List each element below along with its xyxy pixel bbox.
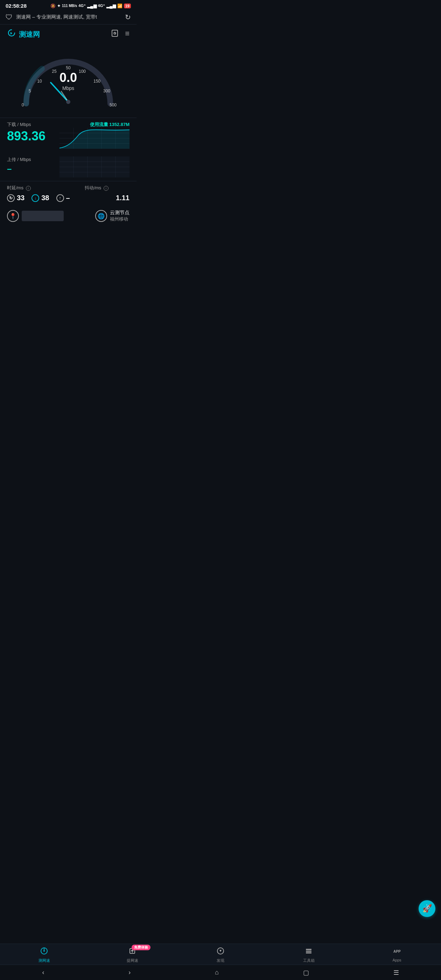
jitter-right: 1.11 <box>116 194 129 202</box>
refresh-button[interactable]: ↻ <box>125 13 131 21</box>
svg-text:300: 300 <box>103 89 110 94</box>
location-pin-icon: 📍 <box>7 210 19 222</box>
jitter-label: 抖动/ms i <box>85 185 129 191</box>
page-title: 测速网 – 专业测网速, 网速测试, 宽带t <box>16 14 121 20</box>
app-header: 测速网 ≡ <box>0 24 137 44</box>
logo-text: 测速网 <box>19 30 40 39</box>
status-time: 02:58:28 <box>6 3 27 9</box>
header-actions: ≡ <box>111 29 129 40</box>
node-info: 云测节点 福州移动 <box>110 210 129 222</box>
download-value: 893.36 <box>7 129 56 143</box>
upload-section: 上传 / Mbps – <box>0 154 137 181</box>
location-blurred <box>22 211 64 221</box>
location-right: 🌐 云测节点 福州移动 <box>95 210 129 222</box>
svg-text:25: 25 <box>52 69 57 74</box>
notification-badge: 19 <box>124 3 131 8</box>
signal-bars: ▂▄▆ <box>87 3 97 8</box>
gauge-svg: 0 5 10 25 50 100 150 300 500 <box>16 48 121 114</box>
location-row: 📍 🌐 云测节点 福州移动 <box>0 205 137 225</box>
latency-info-icon[interactable]: i <box>26 186 31 191</box>
menu-icon[interactable]: ≡ <box>125 29 129 40</box>
download-label: 下载 / Mbps <box>7 121 56 128</box>
upload-row: 上传 / Mbps – <box>7 156 129 177</box>
latency-down-icon: ↻ <box>7 194 15 202</box>
logo-icon <box>7 29 16 40</box>
upload-left: 上传 / Mbps – <box>7 156 56 173</box>
upload-label: 上传 / Mbps <box>7 156 56 163</box>
globe-icon: 🌐 <box>95 210 107 222</box>
upload-chart <box>59 156 129 177</box>
svg-text:150: 150 <box>94 79 100 84</box>
latency-label: 时延/ms i <box>7 185 31 191</box>
latency-section: 时延/ms i 抖动/ms i ↻ 33 ↓ 38 ↑ – 1.11 <box>0 181 137 205</box>
app-logo: 测速网 <box>7 29 40 40</box>
status-bar: 02:58:28 🔕 ✦ 111 MB/s 4G⁺ ▂▄▆ 4G⁺ ▂▄▆ 📶 … <box>0 0 137 10</box>
download-chart <box>59 128 129 150</box>
signal-bars2: ▂▄▆ <box>107 3 116 8</box>
status-icons: 🔕 ✦ 111 MB/s 4G⁺ ▂▄▆ 4G⁺ ▂▄▆ 📶 19 <box>50 3 131 8</box>
svg-text:0: 0 <box>22 103 24 107</box>
svg-point-13 <box>66 100 70 104</box>
upload-value: – <box>7 164 56 173</box>
bluetooth-icon: ✦ <box>57 3 60 8</box>
download-section: 下载 / Mbps 893.36 使用流量 1352.87M <box>0 118 137 154</box>
nav-bar: 🛡 测速网 – 专业测网速, 网速测试, 宽带t ↻ <box>0 10 137 24</box>
latency-ping: ↓ 38 <box>32 194 49 202</box>
svg-text:5: 5 <box>29 89 31 94</box>
svg-line-11 <box>51 83 68 102</box>
latency-ping-icon: ↓ <box>32 194 39 202</box>
svg-text:500: 500 <box>110 103 116 107</box>
gauge-wrapper: 0 5 10 25 50 100 150 300 500 0.0 Mbps <box>16 48 121 111</box>
latency-download: ↻ 33 <box>7 194 24 202</box>
wifi-icon: 📶 <box>117 3 123 8</box>
location-left: 📍 <box>7 210 64 222</box>
shield-icon: 🛡 <box>6 13 13 21</box>
download-left: 下载 / Mbps 893.36 <box>7 121 56 143</box>
signal-4g2-icon: 4G⁺ <box>98 3 105 8</box>
download-row: 下载 / Mbps 893.36 使用流量 1352.87M <box>7 121 129 150</box>
usage-label: 使用流量 1352.87M <box>90 121 129 128</box>
node-sub: 福州移动 <box>110 216 129 222</box>
jitter-value: 1.11 <box>116 194 129 202</box>
network-speed: 111 MB/s <box>62 4 77 8</box>
signal-4g-icon: 4G⁺ <box>78 3 86 8</box>
speedometer-container: 0 5 10 25 50 100 150 300 500 0.0 Mbps <box>0 44 137 118</box>
jitter-info-icon[interactable]: i <box>103 186 108 191</box>
svg-text:50: 50 <box>66 65 71 70</box>
node-label: 云测节点 <box>110 210 129 216</box>
mute-icon: 🔕 <box>50 3 56 8</box>
svg-text:10: 10 <box>37 79 42 84</box>
latency-upload: ↑ – <box>56 194 70 202</box>
latency-up-icon: ↑ <box>56 194 64 202</box>
svg-text:100: 100 <box>79 69 86 74</box>
bookmark-history-icon[interactable] <box>111 29 119 40</box>
latency-header: 时延/ms i 抖动/ms i <box>7 185 129 191</box>
latency-values: ↻ 33 ↓ 38 ↑ – <box>7 194 70 202</box>
